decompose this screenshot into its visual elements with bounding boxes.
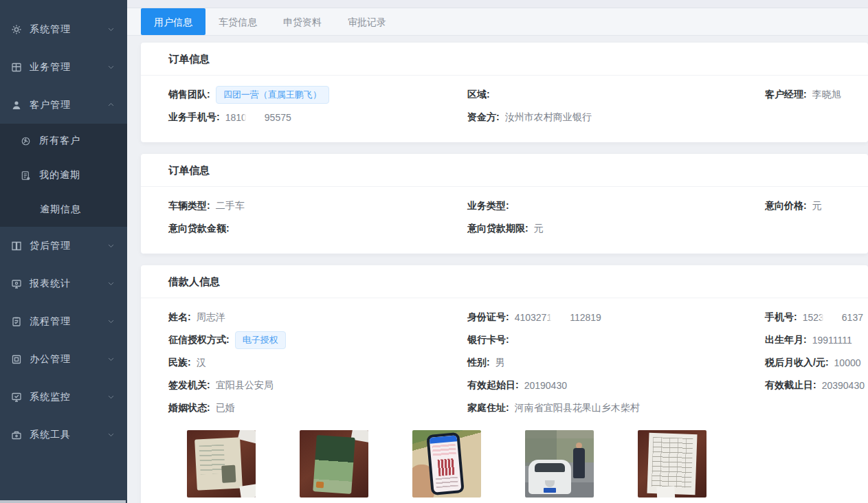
intent-price-value: 元 <box>812 200 822 212</box>
clipboard-icon <box>11 316 22 327</box>
intent-loan-amount-label: 意向贷款金额: <box>168 223 230 235</box>
valid-from-label: 有效起始日: <box>467 379 519 392</box>
tab-loan-application-materials[interactable]: 申贷资料 <box>270 8 335 35</box>
user-icon <box>11 100 22 111</box>
chevron-down-icon <box>107 393 115 401</box>
mobile-label: 手机号: <box>765 311 797 324</box>
birth-label: 出生年月: <box>765 334 807 346</box>
issuing-authority-label: 签发机关: <box>168 379 210 392</box>
other-material-photo-thumbnail[interactable] <box>638 430 706 498</box>
home-address-value: 河南省宜阳县花果山乡木柴村 <box>515 402 640 414</box>
income-label: 税后月收入/元: <box>765 357 829 369</box>
borrower-photo-list: 身份证 驾驶证照片 <box>187 430 868 503</box>
main-content: 用户信息 车贷信息 申贷资料 审批记录 订单信息 销售团队: 四团一营（直属王鹏… <box>127 0 868 503</box>
person-car-photo-thumbnail[interactable] <box>525 430 594 498</box>
sales-team-label: 销售团队: <box>168 89 210 101</box>
chevron-down-icon <box>107 63 115 71</box>
toolbox-icon <box>11 429 22 440</box>
card-title: 借款人信息 <box>141 265 868 298</box>
sidebar-item-overdue-info[interactable]: 逾期信息 <box>0 192 127 227</box>
sidebar-item-process-management[interactable]: 流程管理 <box>0 302 127 340</box>
field-row: 销售团队: 四团一营（直属王鹏飞） 区域: 客户经理: 李晓旭 <box>141 83 868 106</box>
chevron-down-icon <box>107 25 115 33</box>
customer-manager-value: 李晓旭 <box>812 89 841 101</box>
valid-from-value: 20190430 <box>524 380 567 391</box>
sidebar-item-business-management[interactable]: 业务管理 <box>0 48 127 86</box>
valid-to-value: 20390430 <box>822 380 865 391</box>
sidebar-bottom-scrollbar[interactable] <box>0 500 126 503</box>
birth-value: 19911111 <box>812 335 852 346</box>
funder-value: 汝州市农村商业银行 <box>505 111 592 124</box>
valid-to-label: 有效截止日: <box>765 379 816 392</box>
grid-icon <box>11 62 22 73</box>
sidebar-item-label: 逾期信息 <box>40 203 81 216</box>
field-row: 业务手机号: 181095575 资金方: 汝州市农村商业银行 <box>141 106 868 128</box>
home-address-label: 家庭住址: <box>467 402 509 414</box>
chevron-down-icon <box>107 431 115 438</box>
book-icon <box>11 241 22 252</box>
photo-item: 人车合影 <box>525 430 594 503</box>
ethnicity-value: 汉 <box>197 357 206 369</box>
sidebar-item-system-tools[interactable]: 系统工具 <box>0 416 127 454</box>
card-title: 订单信息 <box>141 43 868 76</box>
sidebar-item-label: 系统管理 <box>30 23 107 36</box>
tab-car-loan-info[interactable]: 车贷信息 <box>205 8 270 35</box>
detail-tabs: 用户信息 车贷信息 申贷资料 审批记录 <box>127 8 868 36</box>
field-row: 意向贷款金额: 意向贷款期限: 元 <box>141 217 868 240</box>
gender-value: 男 <box>496 357 505 369</box>
business-phone-value: 181095575 <box>225 112 291 123</box>
sidebar-item-label: 业务管理 <box>30 61 107 74</box>
mobile-value: 15236137 <box>803 312 863 323</box>
photo-item: 驾驶证照片 <box>300 430 368 503</box>
credit-auth-tag[interactable]: 电子授权 <box>235 331 286 349</box>
intent-loan-term-label: 意向贷款期限: <box>467 223 528 235</box>
chevron-down-icon <box>107 317 115 325</box>
vehicle-type-label: 车辆类型: <box>168 200 210 212</box>
ethnicity-label: 民族: <box>168 357 191 369</box>
region-label: 区域: <box>467 89 490 101</box>
redaction-mask <box>551 312 570 322</box>
sidebar-item-postloan-management[interactable]: 贷后管理 <box>0 227 127 265</box>
sidebar-item-my-overdue[interactable]: 我的逾期 <box>0 158 127 192</box>
sidebar-item-label: 报表统计 <box>30 278 107 290</box>
badge-icon <box>21 136 31 146</box>
sidebar-item-system-monitoring[interactable]: 系统监控 <box>0 378 127 416</box>
business-type-label: 业务类型: <box>467 200 509 212</box>
field-row: 姓名: 周志洋 身份证号: 4103271112819 手机号: 1523613… <box>141 306 868 328</box>
redaction-mask <box>246 112 265 122</box>
marital-status-value: 已婚 <box>216 402 235 414</box>
chevron-down-icon <box>107 242 115 249</box>
field-row: 征信授权方式: 电子授权 银行卡号: 出生年月: 19911111 <box>141 328 868 351</box>
auth-screenshot-thumbnail[interactable] <box>412 430 481 498</box>
sidebar-item-label: 客户管理 <box>30 99 107 111</box>
field-row: 婚姻状态: 已婚 家庭住址: 河南省宜阳县花果山乡木柴村 <box>141 396 868 419</box>
sidebar-item-label: 所有客户 <box>39 135 80 147</box>
id-number-value: 4103271112819 <box>515 312 601 323</box>
monitor-check-icon <box>11 392 22 403</box>
sidebar-item-customer-management[interactable]: 客户管理 <box>0 86 127 124</box>
business-phone-label: 业务手机号: <box>168 111 220 124</box>
sidebar-item-report-statistics[interactable]: 报表统计 <box>0 265 127 302</box>
sales-team-tag[interactable]: 四团一营（直属王鹏飞） <box>216 86 329 104</box>
intent-loan-term-value: 元 <box>534 223 544 235</box>
chevron-down-icon <box>107 355 115 363</box>
card-title: 订单信息 <box>141 154 868 187</box>
customer-manager-label: 客户经理: <box>765 89 807 101</box>
field-row: 民族: 汉 性别: 男 税后月收入/元: 10000 <box>141 351 868 374</box>
vehicle-type-value: 二手车 <box>216 200 245 212</box>
id-card-photo-thumbnail[interactable] <box>187 430 256 498</box>
sidebar-item-label: 系统监控 <box>30 391 107 403</box>
borrower-info-card: 借款人信息 姓名: 周志洋 身份证号: 4103271112819 手机号: 1… <box>141 265 868 503</box>
sidebar-item-office-management[interactable]: 办公管理 <box>0 340 127 378</box>
tab-user-info[interactable]: 用户信息 <box>141 8 205 35</box>
photo-item: 身份证 <box>187 430 256 503</box>
monitor-icon <box>11 278 22 289</box>
tab-approval-records[interactable]: 审批记录 <box>335 8 399 35</box>
bank-card-label: 银行卡号: <box>467 334 509 346</box>
square-icon <box>11 354 22 365</box>
sidebar-item-all-customers[interactable]: 所有客户 <box>0 124 127 158</box>
license-photo-thumbnail[interactable] <box>300 430 368 498</box>
sidebar-item-system-management[interactable]: 系统管理 <box>0 10 127 48</box>
order-info-card: 订单信息 销售团队: 四团一营（直属王鹏飞） 区域: 客户经理: 李晓旭 <box>141 43 868 142</box>
photo-item: 授权截图 <box>412 430 481 503</box>
